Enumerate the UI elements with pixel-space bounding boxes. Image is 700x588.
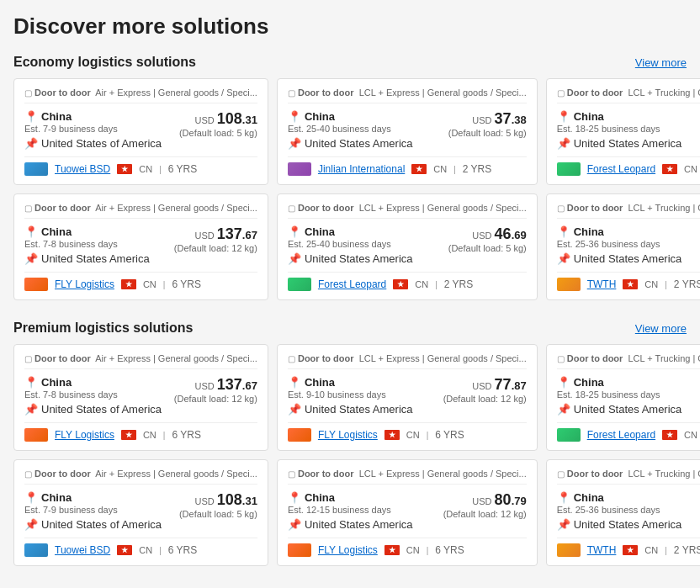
provider-name[interactable]: FLY Logistics: [55, 278, 114, 290]
logistics-card: ▢ Door to door LCL + Trucking | General …: [546, 193, 700, 300]
currency-label: USD: [194, 115, 216, 125]
destination-location: 📌United States America: [288, 252, 413, 265]
divider: |: [427, 546, 429, 555]
route-left: 📍ChinaEst. 25-40 business days📌United St…: [288, 225, 413, 265]
route-row: 📍ChinaEst. 7-8 business days📌United Stat…: [24, 376, 257, 416]
default-load: (Default load: 5 kg): [179, 128, 257, 138]
card-footer: FLY Logistics★CN|6 YRS: [24, 272, 257, 291]
country-flag: ★: [623, 545, 638, 555]
route-row: 📍ChinaEst. 18-25 business days📌United St…: [557, 376, 700, 416]
divider: |: [435, 280, 438, 289]
price-cents: .31: [242, 114, 257, 126]
destination-location: 📌United States America: [288, 137, 413, 150]
route-left: 📍ChinaEst. 7-8 business days📌United Stat…: [24, 225, 150, 265]
provider-name[interactable]: Forest Leopard: [587, 163, 655, 175]
default-load: (Default load: 5 kg): [448, 128, 527, 138]
provider-name[interactable]: TWTH: [587, 278, 617, 290]
price-top: USD 137.67: [174, 376, 257, 394]
provider-name[interactable]: Tuowei BSD: [55, 163, 110, 175]
origin-city: China: [574, 376, 604, 389]
country-flag: ★: [117, 164, 132, 174]
route-row: 📍ChinaEst. 25-40 business days📌United St…: [288, 110, 527, 150]
origin-city: China: [41, 491, 72, 504]
years-badge: 2 YRS: [674, 544, 700, 556]
divider: |: [665, 546, 667, 555]
pin-icon: 📌: [24, 518, 38, 531]
location-icon: 📍: [24, 491, 38, 504]
route-row: 📍ChinaEst. 18-25 business days📌United St…: [557, 110, 700, 150]
origin-location: 📍China: [288, 225, 413, 238]
view-more-link[interactable]: View more: [635, 56, 687, 69]
est-days: Est. 7-8 business days: [24, 389, 162, 400]
origin-city: China: [305, 491, 335, 504]
card-service-info: ▢ Door to door LCL + Express | General g…: [288, 353, 527, 369]
destination-location: 📌United States America: [24, 252, 150, 265]
route-row: 📍ChinaEst. 25-40 business days📌United St…: [288, 225, 527, 265]
default-load: (Default load: 5 kg): [448, 243, 527, 253]
provider-name[interactable]: FLY Logistics: [318, 429, 378, 441]
provider-name[interactable]: Jinlian International: [318, 163, 405, 175]
pin-icon: 📌: [288, 403, 301, 416]
provider-name[interactable]: Forest Leopard: [318, 278, 386, 290]
country-code: CN: [684, 430, 697, 440]
country-flag: ★: [121, 430, 136, 440]
view-more-link[interactable]: View more: [635, 322, 687, 335]
provider-name[interactable]: FLY Logistics: [318, 544, 378, 556]
card-footer: Tuowei BSD★CN|6 YRS: [24, 538, 257, 557]
destination-name: United States America: [574, 518, 682, 531]
card-service-info: ▢ Door to door LCL + Trucking | General …: [557, 87, 700, 103]
price-cents: .79: [512, 495, 527, 507]
provider-logo: [557, 162, 581, 176]
door-icon: ▢: [557, 354, 565, 363]
logistics-card: ▢ Door to door LCL + Express | General g…: [277, 193, 538, 300]
price-block: USD 77.87(Default load: 12 kg): [443, 376, 527, 404]
currency-label: USD: [472, 115, 494, 125]
logistics-card: ▢ Door to door LCL + Trucking | General …: [546, 459, 700, 566]
years-badge: 6 YRS: [172, 429, 200, 441]
card-footer: FLY Logistics★CN|6 YRS: [288, 538, 527, 557]
years-badge: 6 YRS: [168, 544, 197, 556]
provider-name[interactable]: Forest Leopard: [587, 429, 655, 441]
country-code: CN: [143, 279, 156, 289]
default-load: (Default load: 12 kg): [174, 243, 257, 253]
provider-name[interactable]: TWTH: [587, 544, 617, 556]
price-cents: .38: [512, 114, 527, 126]
door-icon: ▢: [288, 88, 295, 98]
price-top: USD 77.87: [443, 376, 527, 394]
origin-city: China: [305, 376, 335, 389]
provider-logo: [24, 428, 48, 442]
price-block: USD 80.79(Default load: 12 kg): [443, 491, 527, 519]
card-service-info: ▢ Door to door LCL + Express | General g…: [288, 87, 527, 103]
destination-location: 📌United States America: [557, 403, 682, 416]
section-header: Economy logistics solutionsView more: [13, 55, 687, 70]
route-left: 📍ChinaEst. 7-9 business days📌United Stat…: [24, 110, 162, 150]
price-top: USD 137.67: [174, 225, 257, 243]
destination-location: 📌United States of America: [24, 137, 162, 150]
country-code: CN: [644, 545, 658, 555]
default-load: (Default load: 12 kg): [443, 509, 527, 519]
location-icon: 📍: [288, 376, 301, 389]
country-code: CN: [406, 545, 420, 555]
origin-location: 📍China: [24, 491, 162, 504]
card-footer: Forest Leopard★CN|2 YRS: [557, 156, 700, 176]
est-days: Est. 7-9 business days: [24, 505, 162, 515]
default-load: (Default load: 5 kg): [179, 509, 257, 519]
provider-name[interactable]: Tuowei BSD: [55, 544, 110, 556]
section-title: Economy logistics solutions: [13, 55, 196, 70]
section-economy: Economy logistics solutionsView more▢ Do…: [13, 55, 687, 300]
provider-name[interactable]: FLY Logistics: [55, 429, 114, 441]
pin-icon: 📌: [557, 252, 570, 265]
est-days: Est. 7-8 business days: [24, 239, 150, 249]
default-load: (Default load: 12 kg): [174, 394, 257, 404]
est-days: Est. 18-25 business days: [557, 124, 682, 134]
origin-location: 📍China: [557, 491, 682, 504]
route-row: 📍ChinaEst. 9-10 business days📌United Sta…: [288, 376, 527, 416]
price-cents: .67: [242, 379, 257, 392]
price-block: USD 108.31(Default load: 5 kg): [179, 491, 257, 519]
card-service-info: ▢ Door to door LCL + Trucking | General …: [557, 353, 700, 369]
country-code: CN: [644, 279, 658, 289]
country-flag: ★: [384, 430, 400, 440]
divider: |: [163, 431, 166, 440]
origin-city: China: [574, 225, 604, 238]
currency-label: USD: [472, 230, 494, 241]
